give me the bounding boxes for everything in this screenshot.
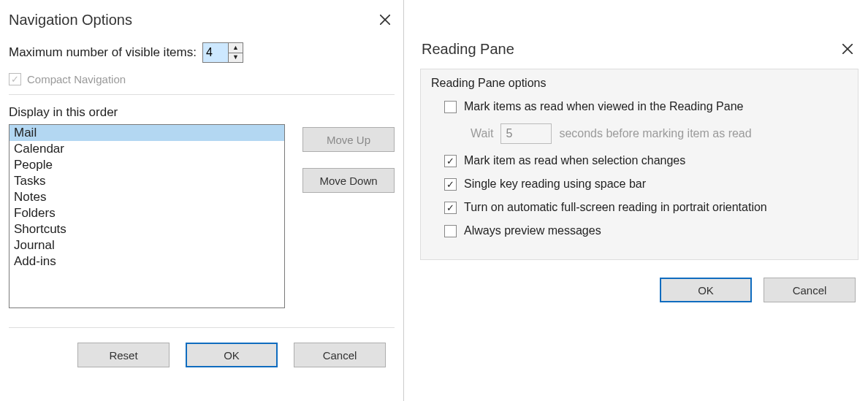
reading-pane-dialog: Reading Pane Reading Pane options Mark i… [413,29,866,304]
list-item[interactable]: Shortcuts [9,221,284,237]
list-item[interactable]: Notes [9,189,284,205]
wait-prefix: Wait [471,127,493,140]
opt-fullscreen-checkbox[interactable] [444,202,457,214]
opt-mark-viewed-checkbox[interactable] [444,101,457,113]
opt-preview-checkbox[interactable] [444,225,457,237]
opt-mark-viewed-row: Mark items as read when viewed in the Re… [444,100,848,113]
reset-button[interactable]: Reset [77,343,170,367]
nav-titlebar: Navigation Options [0,0,403,35]
reading-pane-group: Reading Pane options Mark items as read … [420,69,859,260]
divider [9,94,395,95]
wait-seconds-input [500,123,552,144]
list-item[interactable]: People [9,157,284,173]
list-item[interactable]: Folders [9,205,284,221]
opt-single-key-label: Single key reading using space bar [464,177,646,191]
opt-mark-selection-label: Mark item as read when selection changes [464,154,685,167]
move-down-button[interactable]: Move Down [302,168,395,193]
wait-row: Wait seconds before marking item as read [471,123,848,144]
nav-title: Navigation Options [9,12,132,28]
opt-mark-selection-checkbox[interactable] [444,155,457,167]
max-visible-spinner[interactable]: ▲ ▼ [202,42,243,63]
display-order-listbox[interactable]: MailCalendarPeopleTasksNotesFoldersShort… [9,124,285,308]
opt-fullscreen-row: Turn on automatic full-screen reading in… [444,201,848,214]
close-icon[interactable] [376,10,395,29]
list-item[interactable]: Tasks [9,173,284,189]
cancel-button[interactable]: Cancel [294,343,386,367]
display-order-label: Display in this order [9,105,395,120]
opt-preview-row: Always preview messages [444,224,848,237]
ok-button[interactable]: OK [186,343,278,367]
opt-single-key-checkbox[interactable] [444,178,457,191]
list-item[interactable]: Journal [9,237,284,253]
max-visible-input[interactable] [203,43,228,62]
compact-navigation-checkbox [9,73,21,85]
opt-preview-label: Always preview messages [464,224,601,237]
spinner-down-icon[interactable]: ▼ [229,53,243,63]
list-item[interactable]: Add-ins [9,253,284,270]
max-visible-row: Maximum number of visible items: ▲ ▼ [9,42,395,63]
list-item[interactable]: Mail [9,125,284,141]
compact-navigation-row: Compact Navigation [9,73,395,85]
cancel-button[interactable]: Cancel [764,278,856,302]
spinner-up-icon[interactable]: ▲ [229,43,243,53]
opt-single-key-row: Single key reading using space bar [444,177,848,191]
wait-suffix: seconds before marking item as read [559,127,751,140]
max-visible-label: Maximum number of visible items: [9,45,197,60]
compact-navigation-label: Compact Navigation [27,73,126,85]
ok-button[interactable]: OK [660,278,752,302]
opt-mark-selection-row: Mark item as read when selection changes [444,154,848,167]
list-item[interactable]: Calendar [9,141,284,157]
close-icon[interactable] [838,39,857,58]
opt-mark-viewed-label: Mark items as read when viewed in the Re… [464,100,743,113]
rp-titlebar: Reading Pane [413,29,866,64]
reading-pane-group-title: Reading Pane options [431,77,848,90]
move-up-button[interactable]: Move Up [302,127,395,152]
rp-title: Reading Pane [422,41,514,58]
navigation-options-dialog: Navigation Options Maximum number of vis… [0,0,404,401]
opt-fullscreen-label: Turn on automatic full-screen reading in… [464,201,767,214]
